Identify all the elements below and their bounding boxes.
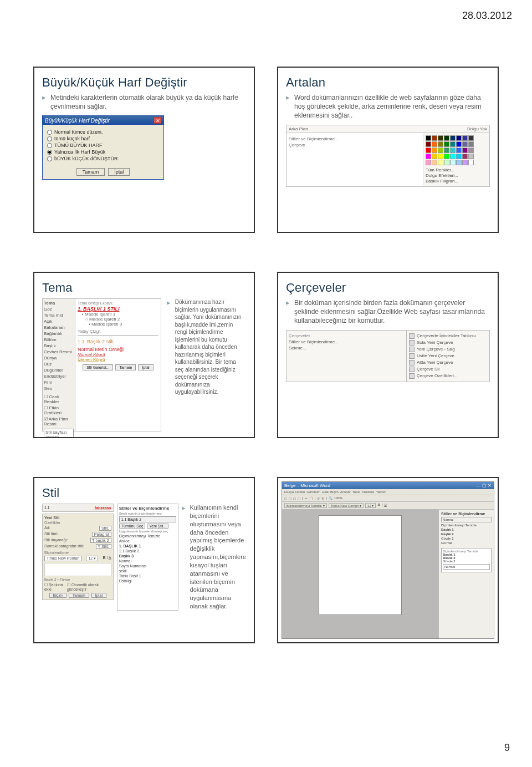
page — [319, 515, 402, 615]
more-colors[interactable]: Tüm Renkler... — [426, 167, 487, 172]
styles-task-pane: Stiller ve Biçimlendirme Normal Biçimlen… — [438, 510, 494, 638]
bullet-text: Metindeki karakterlerin otomatik olarak … — [50, 93, 246, 111]
bullet-text: Bir doküman içerisinde birden fazla dokü… — [294, 298, 490, 326]
change-case-dialog: Büyük/Küçük Harf Değiştir ✕ Normal tümce… — [42, 115, 164, 180]
frames-menu-mock: Çerçeveler Stiller ve Biçimlendirme... S… — [286, 330, 490, 382]
dialog-buttons: Tamam İptal — [43, 166, 163, 179]
format-button[interactable]: Biçim — [49, 593, 66, 598]
header-date: 28.03.2012 — [462, 10, 512, 22]
frame-left[interactable]: Sola Yeni Çerçeve — [409, 340, 487, 346]
bullet-text: Word dokümanlarınızın özellikle de web s… — [294, 93, 490, 120]
new-style-dialog: 1.1 tahsssss Yeni Stil Özellikler Ad:Sti… — [42, 504, 114, 611]
bullet-icon: ▸ — [42, 93, 46, 103]
ok-button[interactable]: Tamam — [115, 364, 136, 370]
opt-sentence[interactable]: Normal tümce düzeni. — [47, 129, 159, 135]
bullet-icon: ▸ — [167, 298, 171, 308]
slide-bullet: ▸ Dökümanınıza hazır biçimlerin uygulanm… — [167, 298, 246, 431]
ok-button[interactable]: Tamam — [69, 593, 89, 598]
submenu-left: Stiller ve Biçimlendirme... Çerçeve — [287, 133, 423, 186]
slides-container: Büyük/Küçük Harf Değiştir ▸ Metindeki ka… — [33, 67, 499, 643]
opt-upper[interactable]: TÜMÜ BÜYÜK HARF — [47, 143, 159, 148]
frame-right[interactable]: Yeni Çerçeve - Sağ — [409, 347, 487, 352]
slide-title: Stil — [42, 486, 246, 500]
opt-lower[interactable]: tümü küçük harf — [47, 136, 159, 141]
slide-title: Artalan — [286, 75, 490, 90]
theme-dialog-mock: Tema GözTema midAçıkBakalananBağlantılıB… — [42, 298, 161, 431]
menu-group-label: Arka Plan — [289, 126, 308, 131]
ok-button[interactable]: Tamam — [76, 168, 105, 176]
window-title: Belge – Microsoft Word — [284, 483, 330, 488]
style-gallery-button[interactable]: Stil Galerisi... — [83, 364, 113, 370]
cancel-button[interactable]: İptal — [91, 593, 106, 598]
slide-bullet: ▸ Kullanıcının kendi biçemlerini oluştur… — [182, 504, 246, 611]
bullet-text: Kullanıcının kendi biçemlerini oluşturma… — [190, 504, 246, 611]
bullet-icon: ▸ — [286, 93, 290, 103]
slide-tema: Tema Tema GözTema midAçıkBakalananBağlan… — [33, 272, 255, 438]
word-window-mock: Belge – Microsoft Word — ▢ ✕ DosyaDüzenG… — [282, 481, 494, 639]
slide-artalan: Artalan ▸ Word dokümanlarınızın özellikl… — [277, 67, 499, 233]
color-swatches[interactable] — [426, 135, 487, 165]
frame-delete[interactable]: Çerçeve Sil — [409, 367, 487, 372]
bullet-text: Dökümanınıza hazır biçimlerin uygulanmas… — [175, 298, 246, 396]
window-controls[interactable]: — ▢ ✕ — [477, 483, 492, 488]
fill-effects[interactable]: Dolgu Efektleri... — [426, 173, 487, 178]
current-style-name: tahsssss — [95, 506, 111, 510]
dialog-titlebar: Büyük/Küçük Harf Değiştir ✕ — [43, 116, 163, 125]
opt-title[interactable]: Yalnızca İlk Harf Büyük — [47, 149, 159, 155]
slide-title: Çerçeveler — [286, 281, 490, 295]
background-menu-mock: Arka Plan Dolgu Yok Stiller ve Biçimlend… — [286, 125, 490, 187]
frame-properties[interactable]: Çerçeve Özellikleri... — [409, 373, 487, 379]
frame-bottom[interactable]: Altta Yeni Çerçeve — [409, 360, 487, 365]
page-number: 9 — [504, 742, 510, 754]
slide-title: Tema — [42, 281, 246, 295]
slide-stil: Stil 1.1 tahsssss Yeni Stil Özellikler A… — [33, 477, 255, 643]
slide-word-window: Belge – Microsoft Word — ▢ ✕ DosyaDüzenG… — [277, 477, 499, 643]
dialog-title: Büyük/Küçük Harf Değiştir — [45, 118, 110, 124]
menubar[interactable]: DosyaDüzenGörünümEkleBiçimAraçlarTabloPe… — [282, 489, 494, 495]
menu-styles[interactable]: Stiller ve Biçimlendirme... — [289, 339, 404, 344]
toolbar[interactable]: ◻◻◻◻|✂📋|↺↻|🔍100% — [282, 495, 494, 502]
menu-tabs[interactable]: Sekme... — [289, 346, 404, 351]
document-area[interactable] — [282, 510, 438, 638]
frame-toc[interactable]: Çerçevede İçindekiler Tablosu — [409, 333, 487, 339]
nofill-label: Dolgu Yok — [467, 126, 487, 131]
theme-list[interactable]: Tema GözTema midAçıkBakalananBağlantılıB… — [42, 298, 75, 431]
format-toolbar[interactable]: Biçimlendirmeyi Temizle ▾ Times New Roma… — [282, 502, 494, 510]
slide-bullet: ▸ Bir doküman içerisinde birden fazla do… — [286, 298, 490, 326]
theme-preview: Tema örneği Ekoları: 1. BAŞLIK 1 STILI ▪… — [75, 298, 161, 431]
dialog-options: Normal tümce düzeni. tümü küçük harf TÜM… — [43, 125, 163, 166]
selected-format[interactable]: Normal — [441, 517, 492, 522]
slide-change-case: Büyük/Küçük Harf Değiştir ▸ Metindeki ka… — [33, 67, 255, 233]
slide-bullet: ▸ Word dokümanlarınızın özellikle de web… — [286, 93, 490, 120]
select-all-button[interactable]: Tümünü Seç — [119, 524, 146, 529]
new-style-button[interactable]: Yeni Stil... — [147, 524, 168, 529]
bullet-icon: ▸ — [286, 298, 290, 308]
slide-title: Büyük/Küçük Harf Değiştir — [42, 75, 246, 90]
cancel-button[interactable]: İptal — [138, 364, 153, 370]
bullet-icon: ▸ — [182, 504, 186, 513]
cancel-button[interactable]: İptal — [108, 168, 130, 176]
slide-bullet: ▸ Metindeki karakterlerin otomatik olara… — [42, 93, 246, 111]
close-icon[interactable]: ✕ — [154, 117, 161, 124]
styles-pane: Stiller ve Biçimlendirme Seçili metnin b… — [117, 504, 178, 611]
slide-cerceveler: Çerçeveler ▸ Bir doküman içerisinde bird… — [277, 272, 499, 438]
opt-toggle[interactable]: bÜYÜK kÜÇÜK dÖNÜŞTÜR — [47, 156, 159, 161]
frame-top[interactable]: Üstte Yeni Çerçeve — [409, 353, 487, 359]
watermark[interactable]: Baskılı Filigran... — [426, 179, 487, 184]
menu-styles[interactable]: Stiller ve Biçimlendirme... — [289, 136, 421, 141]
menu-frame[interactable]: Çerçeve — [289, 143, 421, 148]
color-picker: Tüm Renkler... Dolgu Efektleri... Baskıl… — [423, 133, 489, 186]
